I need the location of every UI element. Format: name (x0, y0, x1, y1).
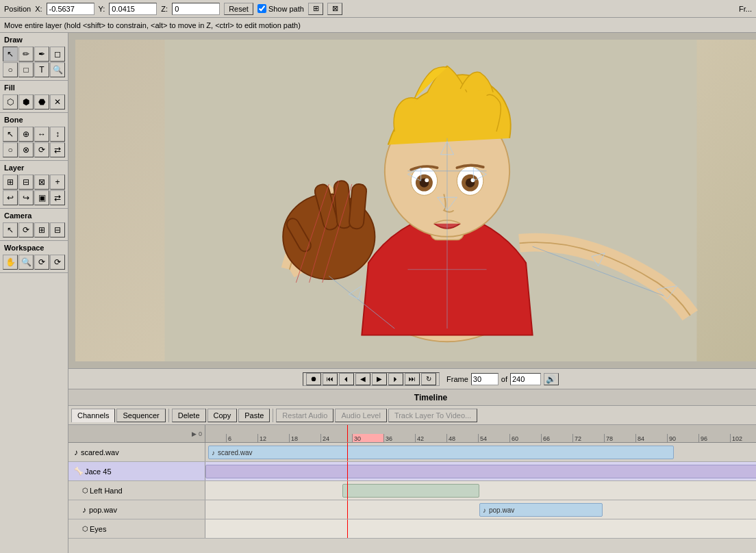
track-layer-btn[interactable]: Track Layer To Video... (388, 409, 477, 422)
tool-bone3[interactable]: ↔ (34, 127, 49, 142)
tool-layer8[interactable]: ⇄ (50, 190, 65, 205)
character-area (75, 40, 756, 361)
transport-play[interactable]: ▶ (372, 373, 387, 385)
sequencer-tab[interactable]: Sequencer (116, 409, 165, 422)
tl-playhead2 (347, 462, 348, 480)
tool-ws1[interactable]: ✋ (3, 255, 18, 270)
tool-bone7[interactable]: ⟳ (34, 142, 49, 157)
tool-bone6[interactable]: ⊗ (18, 142, 34, 157)
bone-tools: ↖ ⊕ ↔ ↕ ○ ⊗ ⟳ ⇄ (1, 125, 66, 159)
tl-content-scared-wav[interactable]: ♪ scared.wav (205, 443, 756, 461)
tool-fill-x[interactable]: ✕ (50, 94, 65, 110)
timeline-header: Timeline (68, 389, 756, 406)
transport-fwd[interactable]: ⏭ (405, 373, 420, 385)
tl-clip-left-hand[interactable] (342, 484, 479, 498)
tool-layer7[interactable]: ▣ (34, 190, 49, 205)
tool-bone4[interactable]: ↕ (50, 127, 65, 142)
transport-step-back[interactable]: ⏴ (339, 373, 354, 385)
tl-label-scared-wav: ♪ scared.wav (68, 443, 205, 461)
tool-eraser[interactable]: ◻ (50, 47, 65, 62)
camera-label: Camera (1, 210, 66, 221)
workspace-section: Workspace ✋ 🔍 ⟳ ⟳ (0, 241, 68, 273)
tool-cam1[interactable]: ↖ (3, 222, 18, 237)
transport-loop[interactable]: ↻ (421, 373, 436, 385)
tl-row-pop-wav: ♪ pop.wav ♪ pop.wav (68, 500, 756, 519)
show-path-label: Show path (268, 5, 304, 13)
svg-point-10 (425, 178, 429, 182)
tool-layer6[interactable]: ↪ (18, 190, 34, 205)
tl-content-left-hand[interactable] (205, 481, 756, 500)
tl-clip-pop-wav[interactable]: ♪ pop.wav (479, 503, 603, 517)
tool-layer2[interactable]: ⊟ (18, 175, 34, 190)
restart-audio-btn[interactable]: Restart Audio (276, 409, 333, 422)
tool-ws2[interactable]: 🔍 (18, 255, 34, 270)
tool-layer-add[interactable]: + (50, 175, 65, 190)
z-input[interactable] (172, 3, 220, 15)
canvas-container[interactable] (68, 33, 756, 368)
ruler-mark: 6 (226, 434, 257, 442)
tool-layer5[interactable]: ↩ (3, 190, 18, 205)
ruler-marks: 6 12 18 24 30 36 42 48 54 60 66 72 78 84… (205, 425, 756, 442)
tool-cam2[interactable]: ⟳ (18, 222, 34, 237)
total-frames-input[interactable] (510, 373, 541, 385)
transport-record[interactable]: ⏺ (306, 373, 321, 385)
tl-clip-scared-wav[interactable]: ♪ scared.wav (208, 446, 674, 459)
tl-clip-jace45[interactable] (205, 465, 756, 478)
tool-zoom[interactable]: 🔍 (50, 62, 65, 77)
tool-fill2[interactable]: ⬢ (18, 94, 34, 110)
fill-label: Fill (1, 82, 66, 93)
tool-bone2[interactable]: ⊕ (18, 127, 34, 142)
transport-play-rev[interactable]: ◀ (355, 373, 370, 385)
expand-btn2[interactable]: ⊠ (327, 3, 342, 15)
tool-shape2[interactable]: □ (18, 62, 34, 77)
ruler-mark: 18 (289, 434, 320, 442)
camera-tools: ↖ ⟳ ⊞ ⊟ (1, 221, 66, 239)
show-path-checkbox[interactable] (257, 4, 266, 13)
tool-arrow[interactable]: ↖ (3, 47, 18, 62)
transport-rewind[interactable]: ⏮ (323, 373, 338, 385)
tool-text[interactable]: T (34, 62, 49, 77)
tool-fill3[interactable]: ⬣ (34, 94, 49, 110)
tl-label-jace45: 🦴 Jace 45 (68, 462, 205, 480)
tool-cam4[interactable]: ⊟ (50, 222, 65, 237)
tool-shape1[interactable]: ○ (3, 62, 18, 77)
ruler-mark: 48 (446, 434, 478, 442)
info-text: Move entire layer (hold <shift> to const… (4, 21, 301, 29)
reset-button[interactable]: Reset (224, 3, 253, 15)
paste-btn[interactable]: Paste (238, 409, 270, 422)
tl-row-jace45: 🦴 Jace 45 (68, 462, 756, 481)
delete-btn[interactable]: Delete (172, 409, 206, 422)
frame-input[interactable] (471, 373, 499, 385)
tl-playhead (347, 443, 348, 461)
tool-fill1[interactable]: ⬡ (3, 94, 18, 110)
tool-ws4[interactable]: ⟳ (50, 255, 65, 270)
playhead[interactable] (347, 425, 348, 442)
transport-controls: ⏺ ⏮ ⏴ ◀ ▶ ⏵ ⏭ ↻ (303, 372, 440, 386)
tl-eyes-name: Eyes (90, 525, 106, 533)
transport-step-fwd[interactable]: ⏵ (388, 373, 403, 385)
copy-btn[interactable]: Copy (207, 409, 238, 422)
tl-playhead3 (347, 481, 348, 500)
audio-btn[interactable]: 🔊 (544, 373, 559, 385)
tool-ws3[interactable]: ⟳ (34, 255, 49, 270)
channels-tab[interactable]: Channels (71, 409, 115, 422)
tl-content-eyes[interactable] (205, 519, 756, 538)
tool-bone5[interactable]: ○ (3, 142, 18, 157)
audio-level-btn[interactable]: Audio Level (335, 409, 387, 422)
tool-cam3[interactable]: ⊞ (34, 222, 49, 237)
tool-bone8[interactable]: ⇄ (50, 142, 65, 157)
tool-layer3[interactable]: ⊠ (34, 175, 49, 190)
tool-layer1[interactable]: ⊞ (3, 175, 18, 190)
tool-pencil[interactable]: ✒ (34, 47, 49, 62)
expand-btn1[interactable]: ⊞ (308, 3, 323, 15)
layer-label: Layer (1, 162, 66, 173)
tl-content-jace45[interactable] (205, 462, 756, 480)
tool-bone1[interactable]: ↖ (3, 127, 18, 142)
y-input[interactable] (109, 3, 157, 15)
tl-content-pop-wav[interactable]: ♪ pop.wav (205, 500, 756, 519)
tool-pen[interactable]: ✏ (18, 47, 34, 62)
x-input[interactable] (47, 3, 94, 15)
center-area: ⏺ ⏮ ⏴ ◀ ▶ ⏵ ⏭ ↻ Frame of 🔊 Timeline Chan… (68, 33, 756, 553)
ruler-mark: 102 (730, 434, 756, 442)
draw-section: Draw ↖ ✏ ✒ ◻ ○ □ T 🔍 (0, 33, 68, 81)
